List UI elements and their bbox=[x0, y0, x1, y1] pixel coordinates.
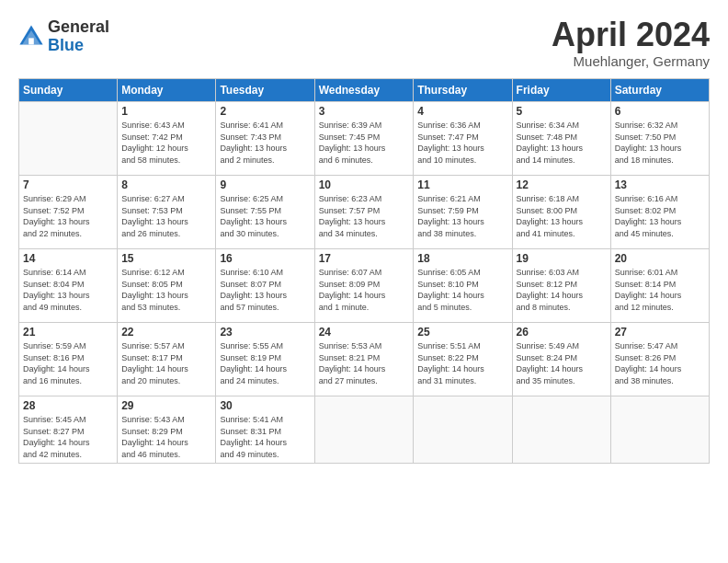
calendar-cell: 8Sunrise: 6:27 AM Sunset: 7:53 PM Daylig… bbox=[118, 176, 216, 249]
calendar-cell: 18Sunrise: 6:05 AM Sunset: 8:10 PM Dayli… bbox=[414, 249, 512, 323]
calendar-day-header: Friday bbox=[512, 79, 610, 102]
day-number: 7 bbox=[23, 178, 113, 191]
header: General Blue April 2024 Muehlanger, Germ… bbox=[18, 18, 710, 69]
logo-general: General bbox=[48, 18, 109, 37]
calendar-cell: 15Sunrise: 6:12 AM Sunset: 8:05 PM Dayli… bbox=[118, 249, 216, 323]
day-info: Sunrise: 5:55 AM Sunset: 8:19 PM Dayligh… bbox=[220, 340, 310, 386]
calendar-table: SundayMondayTuesdayWednesdayThursdayFrid… bbox=[18, 78, 710, 464]
day-info: Sunrise: 5:51 AM Sunset: 8:22 PM Dayligh… bbox=[417, 340, 507, 386]
day-number: 10 bbox=[319, 178, 410, 191]
calendar-cell: 13Sunrise: 6:16 AM Sunset: 8:02 PM Dayli… bbox=[610, 176, 709, 249]
day-number: 15 bbox=[121, 252, 211, 265]
calendar-cell: 25Sunrise: 5:51 AM Sunset: 8:22 PM Dayli… bbox=[414, 323, 512, 396]
svg-rect-2 bbox=[28, 38, 34, 44]
day-number: 3 bbox=[319, 105, 410, 118]
calendar-cell: 27Sunrise: 5:47 AM Sunset: 8:26 PM Dayli… bbox=[610, 323, 709, 396]
calendar-cell: 22Sunrise: 5:57 AM Sunset: 8:17 PM Dayli… bbox=[118, 323, 216, 396]
calendar-cell: 5Sunrise: 6:34 AM Sunset: 7:48 PM Daylig… bbox=[512, 102, 610, 176]
day-number: 26 bbox=[517, 326, 607, 339]
day-number: 1 bbox=[121, 105, 211, 118]
calendar-day-header: Thursday bbox=[414, 79, 512, 102]
logo-text: General Blue bbox=[48, 18, 109, 55]
calendar-cell: 12Sunrise: 6:18 AM Sunset: 8:00 PM Dayli… bbox=[512, 176, 610, 249]
location: Muehlanger, Germany bbox=[552, 53, 710, 69]
calendar-cell bbox=[414, 396, 512, 464]
day-number: 22 bbox=[121, 326, 211, 339]
day-number: 17 bbox=[319, 252, 410, 265]
day-number: 27 bbox=[615, 326, 705, 339]
calendar-cell: 10Sunrise: 6:23 AM Sunset: 7:57 PM Dayli… bbox=[314, 176, 414, 249]
day-info: Sunrise: 5:47 AM Sunset: 8:26 PM Dayligh… bbox=[615, 340, 705, 386]
day-number: 16 bbox=[220, 252, 310, 265]
calendar-header-row: SundayMondayTuesdayWednesdayThursdayFrid… bbox=[19, 79, 710, 102]
calendar-cell: 4Sunrise: 6:36 AM Sunset: 7:47 PM Daylig… bbox=[414, 102, 512, 176]
day-number: 18 bbox=[417, 252, 507, 265]
calendar-cell: 24Sunrise: 5:53 AM Sunset: 8:21 PM Dayli… bbox=[314, 323, 414, 396]
title-area: April 2024 Muehlanger, Germany bbox=[552, 18, 710, 69]
day-info: Sunrise: 5:43 AM Sunset: 8:29 PM Dayligh… bbox=[121, 414, 211, 460]
day-number: 14 bbox=[23, 252, 113, 265]
day-number: 4 bbox=[417, 105, 507, 118]
calendar-cell bbox=[512, 396, 610, 464]
day-info: Sunrise: 5:45 AM Sunset: 8:27 PM Dayligh… bbox=[23, 414, 113, 460]
day-info: Sunrise: 6:34 AM Sunset: 7:48 PM Dayligh… bbox=[517, 120, 607, 166]
calendar-cell: 2Sunrise: 6:41 AM Sunset: 7:43 PM Daylig… bbox=[216, 102, 314, 176]
calendar-cell: 28Sunrise: 5:45 AM Sunset: 8:27 PM Dayli… bbox=[19, 396, 118, 464]
calendar-cell bbox=[19, 102, 118, 176]
day-info: Sunrise: 5:49 AM Sunset: 8:24 PM Dayligh… bbox=[517, 340, 607, 386]
day-info: Sunrise: 6:29 AM Sunset: 7:52 PM Dayligh… bbox=[23, 193, 113, 239]
calendar-day-header: Wednesday bbox=[314, 79, 414, 102]
day-number: 30 bbox=[220, 399, 310, 412]
day-info: Sunrise: 6:03 AM Sunset: 8:12 PM Dayligh… bbox=[517, 267, 607, 313]
calendar-cell: 21Sunrise: 5:59 AM Sunset: 8:16 PM Dayli… bbox=[19, 323, 118, 396]
calendar-cell: 3Sunrise: 6:39 AM Sunset: 7:45 PM Daylig… bbox=[314, 102, 414, 176]
calendar-cell: 1Sunrise: 6:43 AM Sunset: 7:42 PM Daylig… bbox=[118, 102, 216, 176]
day-info: Sunrise: 6:01 AM Sunset: 8:14 PM Dayligh… bbox=[615, 267, 705, 313]
logo-icon bbox=[18, 24, 44, 50]
day-info: Sunrise: 6:41 AM Sunset: 7:43 PM Dayligh… bbox=[220, 120, 310, 166]
calendar-cell: 29Sunrise: 5:43 AM Sunset: 8:29 PM Dayli… bbox=[118, 396, 216, 464]
calendar-cell: 23Sunrise: 5:55 AM Sunset: 8:19 PM Dayli… bbox=[216, 323, 314, 396]
calendar-day-header: Saturday bbox=[610, 79, 709, 102]
day-number: 23 bbox=[220, 326, 310, 339]
calendar-cell: 17Sunrise: 6:07 AM Sunset: 8:09 PM Dayli… bbox=[314, 249, 414, 323]
calendar-day-header: Tuesday bbox=[216, 79, 314, 102]
day-info: Sunrise: 5:57 AM Sunset: 8:17 PM Dayligh… bbox=[121, 340, 211, 386]
day-info: Sunrise: 6:25 AM Sunset: 7:55 PM Dayligh… bbox=[220, 193, 310, 239]
calendar-cell: 14Sunrise: 6:14 AM Sunset: 8:04 PM Dayli… bbox=[19, 249, 118, 323]
day-info: Sunrise: 6:14 AM Sunset: 8:04 PM Dayligh… bbox=[23, 267, 113, 313]
day-info: Sunrise: 5:53 AM Sunset: 8:21 PM Dayligh… bbox=[319, 340, 410, 386]
day-number: 29 bbox=[121, 399, 211, 412]
day-info: Sunrise: 6:10 AM Sunset: 8:07 PM Dayligh… bbox=[220, 267, 310, 313]
logo-blue: Blue bbox=[48, 37, 109, 55]
day-number: 6 bbox=[615, 105, 705, 118]
day-info: Sunrise: 6:36 AM Sunset: 7:47 PM Dayligh… bbox=[417, 120, 507, 166]
calendar-cell: 19Sunrise: 6:03 AM Sunset: 8:12 PM Dayli… bbox=[512, 249, 610, 323]
day-info: Sunrise: 6:39 AM Sunset: 7:45 PM Dayligh… bbox=[319, 120, 410, 166]
day-info: Sunrise: 6:32 AM Sunset: 7:50 PM Dayligh… bbox=[615, 120, 705, 166]
day-info: Sunrise: 6:23 AM Sunset: 7:57 PM Dayligh… bbox=[319, 193, 410, 239]
calendar-cell bbox=[314, 396, 414, 464]
day-number: 13 bbox=[615, 178, 705, 191]
month-title: April 2024 bbox=[552, 18, 710, 52]
calendar-day-header: Sunday bbox=[19, 79, 118, 102]
day-info: Sunrise: 6:43 AM Sunset: 7:42 PM Dayligh… bbox=[121, 120, 211, 166]
calendar-cell: 6Sunrise: 6:32 AM Sunset: 7:50 PM Daylig… bbox=[610, 102, 709, 176]
day-info: Sunrise: 6:18 AM Sunset: 8:00 PM Dayligh… bbox=[517, 193, 607, 239]
day-number: 19 bbox=[517, 252, 607, 265]
calendar-cell: 26Sunrise: 5:49 AM Sunset: 8:24 PM Dayli… bbox=[512, 323, 610, 396]
day-info: Sunrise: 6:21 AM Sunset: 7:59 PM Dayligh… bbox=[417, 193, 507, 239]
day-info: Sunrise: 6:05 AM Sunset: 8:10 PM Dayligh… bbox=[417, 267, 507, 313]
calendar-cell: 11Sunrise: 6:21 AM Sunset: 7:59 PM Dayli… bbox=[414, 176, 512, 249]
day-number: 5 bbox=[517, 105, 607, 118]
calendar-cell bbox=[610, 396, 709, 464]
day-info: Sunrise: 6:27 AM Sunset: 7:53 PM Dayligh… bbox=[121, 193, 211, 239]
calendar-day-header: Monday bbox=[118, 79, 216, 102]
day-number: 21 bbox=[23, 326, 113, 339]
calendar-cell: 7Sunrise: 6:29 AM Sunset: 7:52 PM Daylig… bbox=[19, 176, 118, 249]
day-info: Sunrise: 6:16 AM Sunset: 8:02 PM Dayligh… bbox=[615, 193, 705, 239]
day-info: Sunrise: 5:59 AM Sunset: 8:16 PM Dayligh… bbox=[23, 340, 113, 386]
day-number: 20 bbox=[615, 252, 705, 265]
day-number: 11 bbox=[417, 178, 507, 191]
calendar-cell: 9Sunrise: 6:25 AM Sunset: 7:55 PM Daylig… bbox=[216, 176, 314, 249]
